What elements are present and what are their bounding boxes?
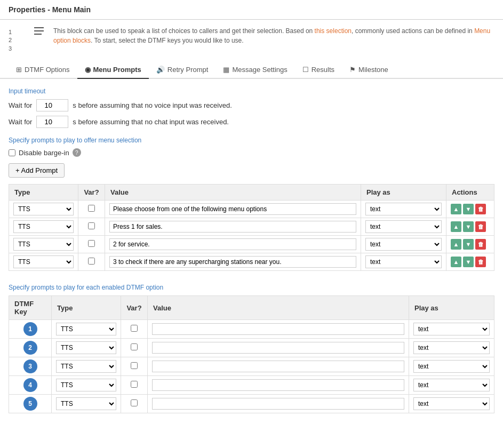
tab-menu-prompts[interactable]: ◉ Menu Prompts — [77, 61, 149, 79]
retry-icon: 🔊 — [156, 66, 165, 74]
help-icon[interactable]: ? — [73, 148, 81, 157]
voice-timeout-input[interactable] — [36, 99, 68, 111]
prompt-actions-0: ▲ ▼ 🗑 — [451, 204, 490, 214]
prompt-del-btn-0[interactable]: 🗑 — [475, 204, 486, 214]
tab-menu-prompts-label: Menu Prompts — [93, 66, 141, 74]
menu-option-blocks-link[interactable]: Menu option blocks — [53, 27, 490, 44]
add-prompt-button[interactable]: + Add Prompt — [9, 163, 65, 178]
page-title: Properties - Menu Main — [0, 0, 503, 20]
prompt-down-btn-0[interactable]: ▼ — [463, 204, 474, 214]
prompts-table: Type Var? Value Play as Actions TTS Audi… — [9, 184, 494, 271]
prompt-playas-select-0[interactable]: text digits — [365, 203, 442, 215]
dtmf-type-select-3[interactable]: TTS Audio — [56, 379, 116, 391]
prompt-down-btn-2[interactable]: ▼ — [463, 239, 474, 250]
prompt-down-btn-3[interactable]: ▼ — [463, 257, 474, 267]
list-line-3 — [34, 34, 42, 35]
dtmf-value-input-0[interactable] — [152, 323, 404, 335]
prompt-del-btn-2[interactable]: 🗑 — [475, 239, 486, 250]
dtmf-playas-select-2[interactable]: text digits — [413, 360, 490, 373]
prompt-var-checkbox-0[interactable] — [88, 205, 95, 212]
dtmf-col-playas: Play as — [409, 296, 494, 320]
dtmf-var-checkbox-4[interactable] — [131, 399, 138, 406]
prompt-up-btn-1[interactable]: ▲ — [451, 221, 461, 232]
col-header-playas: Play as — [361, 185, 446, 201]
chat-timeout-row: Wait for s before assuming that no chat … — [9, 116, 494, 128]
tab-message-label: Message Settings — [232, 66, 287, 74]
disable-bargein-label: Disable barge-in — [19, 149, 69, 157]
dtmf-var-checkbox-1[interactable] — [131, 343, 138, 350]
dtmf-value-input-1[interactable] — [152, 342, 404, 354]
prompt-type-select-2[interactable]: TTS Audio — [13, 238, 74, 251]
dtmf-key-badge-0: 1 — [23, 322, 37, 336]
dtmf-row-2: 3 TTS Audio text digits — [9, 357, 494, 376]
tab-message-settings[interactable]: ▦ Message Settings — [215, 61, 294, 79]
prompt-playas-select-1[interactable]: text digits — [365, 220, 442, 233]
tab-results[interactable]: ☐ Results — [295, 61, 342, 79]
prompt-value-input-1[interactable] — [109, 221, 356, 233]
prompt-var-checkbox-2[interactable] — [88, 240, 95, 247]
dtmf-var-checkbox-3[interactable] — [131, 381, 138, 388]
list-num-icon: 123 — [9, 28, 12, 53]
prompt-down-btn-1[interactable]: ▼ — [463, 221, 474, 232]
prompt-var-checkbox-1[interactable] — [88, 222, 95, 229]
prompt-row-0: TTS Audio text digits ▲ ▼ 🗑 — [9, 201, 494, 218]
tab-milestone-label: Milestone — [358, 66, 388, 74]
menu-prompts-icon: ◉ — [85, 66, 91, 74]
dtmf-var-checkbox-2[interactable] — [131, 362, 138, 369]
dtmf-type-select-4[interactable]: TTS Audio — [56, 397, 116, 410]
dtmf-var-checkbox-0[interactable] — [131, 325, 138, 332]
prompt-row-1: TTS Audio text digits ▲ ▼ 🗑 — [9, 218, 494, 236]
prompt-up-btn-0[interactable]: ▲ — [451, 204, 461, 214]
dtmf-col-type: Type — [52, 296, 121, 320]
prompt-type-select-3[interactable]: TTS Audio — [13, 255, 74, 268]
milestone-icon: ⚑ — [349, 66, 356, 74]
prompts-section-label: Specify prompts to play to offer menu se… — [9, 137, 494, 144]
dtmf-type-select-2[interactable]: TTS Audio — [56, 360, 116, 373]
dtmf-playas-select-1[interactable]: text digits — [413, 341, 490, 354]
dtmf-type-select-0[interactable]: TTS Audio — [56, 323, 116, 335]
prompt-up-btn-2[interactable]: ▲ — [451, 239, 461, 250]
voice-wait-label: Wait for — [9, 101, 32, 109]
dtmf-row-3: 4 TTS Audio text digits — [9, 376, 494, 395]
prompt-playas-select-2[interactable]: text digits — [365, 238, 442, 251]
dtmf-value-input-4[interactable] — [152, 398, 404, 410]
dtmf-type-select-1[interactable]: TTS Audio — [56, 341, 116, 354]
message-icon: ▦ — [223, 66, 229, 74]
voice-timeout-row: Wait for s before assuming that no voice… — [9, 99, 494, 111]
dtmf-key-badge-1: 2 — [23, 341, 37, 355]
voice-suffix: s before assuming that no voice input wa… — [73, 101, 231, 109]
dtmf-key-badge-4: 5 — [23, 397, 37, 411]
tab-milestone[interactable]: ⚑ Milestone — [342, 61, 396, 79]
prompt-type-select-0[interactable]: TTS Audio — [13, 203, 74, 215]
results-icon: ☐ — [302, 66, 309, 74]
disable-bargein-row: Disable barge-in ? — [9, 148, 494, 157]
tab-dtmf-label: DTMF Options — [25, 66, 70, 74]
dtmf-icon: ⊞ — [16, 66, 22, 74]
prompt-var-checkbox-3[interactable] — [88, 258, 95, 265]
prompt-value-input-2[interactable] — [109, 238, 356, 250]
dtmf-value-input-2[interactable] — [152, 361, 404, 372]
dtmf-playas-select-0[interactable]: text digits — [413, 323, 490, 335]
prompt-del-btn-3[interactable]: 🗑 — [475, 257, 486, 267]
dtmf-value-input-3[interactable] — [152, 379, 404, 391]
tab-results-label: Results — [312, 66, 334, 74]
prompt-del-btn-1[interactable]: 🗑 — [475, 221, 486, 232]
col-header-actions: Actions — [446, 185, 494, 201]
prompt-value-input-0[interactable] — [109, 203, 356, 215]
disable-bargein-checkbox[interactable] — [9, 149, 15, 156]
tab-retry-prompt[interactable]: 🔊 Retry Prompt — [149, 61, 216, 79]
chat-timeout-input[interactable] — [36, 116, 68, 128]
dtmf-playas-select-4[interactable]: text digits — [413, 397, 490, 410]
prompt-type-select-1[interactable]: TTS Audio — [13, 220, 74, 233]
dtmf-playas-select-3[interactable]: text digits — [413, 379, 490, 391]
prompt-up-btn-3[interactable]: ▲ — [451, 257, 461, 267]
dtmf-col-key: DTMF Key — [9, 296, 52, 320]
dtmf-row-1: 2 TTS Audio text digits — [9, 339, 494, 357]
input-timeout-label: Input timeout — [9, 87, 494, 95]
prompt-playas-select-3[interactable]: text digits — [365, 255, 442, 268]
prompt-value-input-3[interactable] — [109, 256, 356, 268]
this-selection-link[interactable]: this selection — [315, 27, 352, 35]
prompt-row-2: TTS Audio text digits ▲ ▼ 🗑 — [9, 236, 494, 253]
col-header-type: Type — [9, 185, 78, 201]
tab-dtmf-options[interactable]: ⊞ DTMF Options — [9, 61, 77, 79]
